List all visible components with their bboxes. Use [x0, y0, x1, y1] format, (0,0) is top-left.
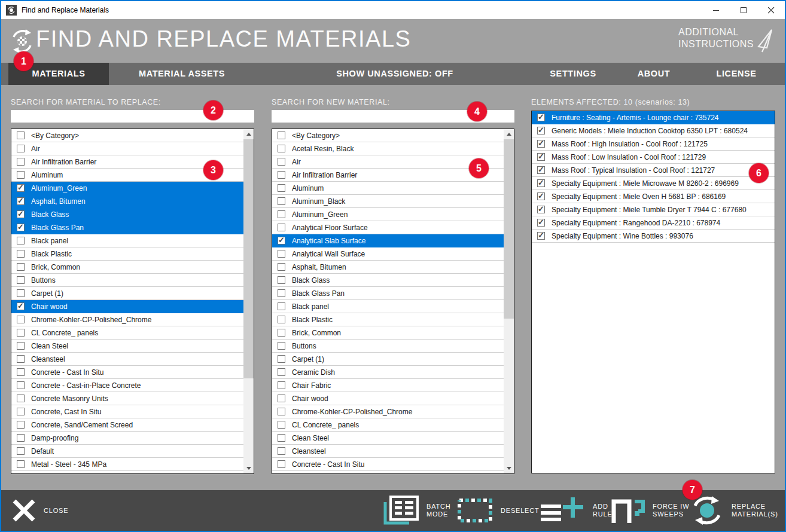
list-item[interactable]: Specialty Equipment : Miele Microwave M …	[532, 177, 775, 190]
list-item[interactable]: Chair wood	[11, 300, 243, 313]
checkbox-unchecked[interactable]	[278, 460, 285, 468]
tab-material-assets[interactable]: MATERIAL ASSETS	[125, 63, 239, 85]
checkbox-unchecked[interactable]	[278, 329, 285, 337]
list-item[interactable]: Damp-proofing	[11, 432, 243, 445]
list-item[interactable]: Clean Steel	[11, 340, 243, 353]
checkbox-unchecked[interactable]	[17, 263, 25, 271]
list-item[interactable]: Aluminum_Black	[272, 195, 504, 208]
list-item[interactable]: Cleansteel	[11, 353, 243, 366]
tab-settings[interactable]: SETTINGS	[525, 63, 621, 85]
checkbox-unchecked[interactable]	[17, 132, 25, 139]
list-item[interactable]: Specialty Equipment : Rangehood DA-2210 …	[532, 216, 775, 230]
list-item[interactable]: Default	[11, 445, 243, 458]
checkbox-unchecked[interactable]	[278, 408, 285, 415]
maximize-button[interactable]	[730, 1, 757, 19]
checkbox-unchecked[interactable]	[278, 421, 285, 429]
checkbox-unchecked[interactable]	[17, 421, 25, 429]
close-window-button[interactable]	[757, 1, 785, 19]
list-item[interactable]: Asphalt, Bitumen	[272, 261, 504, 274]
list-item[interactable]: Ceramic Dish	[272, 366, 504, 379]
checkbox-unchecked[interactable]	[278, 276, 285, 284]
list-item[interactable]: Buttons	[272, 340, 504, 353]
checkbox-unchecked[interactable]	[17, 381, 25, 389]
checkbox-checked[interactable]	[537, 127, 545, 134]
list-item[interactable]: Black Glass	[272, 274, 504, 287]
list-item[interactable]: Chrome-Kohler-CP-Polished_Chrome	[272, 405, 504, 418]
list-item[interactable]: Mass Roof : Typical Insulation - Cool Ro…	[532, 164, 775, 177]
deselect-button[interactable]: DESELECT	[457, 498, 539, 523]
checkbox-checked[interactable]	[278, 237, 285, 244]
list-item[interactable]: Analytical Wall Surface	[272, 247, 504, 261]
list-item[interactable]: <By Category>	[11, 129, 243, 142]
checkbox-checked[interactable]	[17, 197, 25, 205]
checkbox-unchecked[interactable]	[17, 171, 25, 179]
checkbox-checked[interactable]	[537, 232, 545, 240]
checkbox-unchecked[interactable]	[278, 132, 285, 139]
batch-mode-button[interactable]: BATCH MODE	[382, 495, 450, 526]
checkbox-unchecked[interactable]	[17, 276, 25, 284]
list-item[interactable]: Carpet (1)	[11, 287, 243, 300]
checkbox-unchecked[interactable]	[17, 237, 25, 244]
checkbox-checked[interactable]	[537, 179, 545, 187]
checkbox-unchecked[interactable]	[278, 381, 285, 389]
checkbox-checked[interactable]	[17, 224, 25, 231]
checkbox-checked[interactable]	[537, 166, 545, 174]
checkbox-checked[interactable]	[537, 219, 545, 227]
checkbox-unchecked[interactable]	[17, 368, 25, 376]
checkbox-checked[interactable]	[17, 302, 25, 310]
scroll-up-button[interactable]	[243, 129, 254, 139]
checkbox-unchecked[interactable]	[278, 368, 285, 376]
checkbox-unchecked[interactable]	[278, 184, 285, 192]
list-item[interactable]: Clean Steel	[272, 432, 504, 445]
checkbox-checked[interactable]	[17, 210, 25, 218]
list-item[interactable]: Concrete Masonry Units	[11, 392, 243, 405]
list-item[interactable]: Aluminum_Green	[11, 182, 243, 195]
list-item[interactable]: CL Concrete_ panels	[272, 418, 504, 432]
list-item[interactable]: <By Category>	[272, 129, 504, 142]
checkbox-unchecked[interactable]	[278, 302, 285, 310]
checkbox-unchecked[interactable]	[278, 145, 285, 152]
checkbox-unchecked[interactable]	[278, 355, 285, 363]
checkbox-unchecked[interactable]	[278, 158, 285, 166]
scrollbar[interactable]	[504, 129, 514, 473]
checkbox-unchecked[interactable]	[17, 158, 25, 166]
checkbox-checked[interactable]	[537, 206, 545, 213]
scrollbar-thumb[interactable]	[504, 139, 514, 319]
list-item[interactable]: Black panel	[11, 234, 243, 247]
checkbox-unchecked[interactable]	[17, 447, 25, 455]
tab-license[interactable]: LICENSE	[694, 63, 779, 85]
checkbox-unchecked[interactable]	[278, 434, 285, 442]
list-item[interactable]: Chair Fabric	[272, 379, 504, 392]
checkbox-unchecked[interactable]	[278, 250, 285, 258]
checkbox-unchecked[interactable]	[17, 316, 25, 323]
list-item[interactable]: Black Plastic	[11, 247, 243, 261]
list-item[interactable]: Analytical Slab Surface	[272, 234, 504, 247]
replace-materials-button[interactable]: REPLACE MATERIAL(S)	[690, 495, 778, 526]
list-item[interactable]: Mass Roof : Low Insulation - Cool Roof :…	[532, 151, 775, 164]
checkbox-unchecked[interactable]	[17, 329, 25, 337]
checkbox-unchecked[interactable]	[278, 224, 285, 231]
checkbox-checked[interactable]	[537, 153, 545, 161]
list-item[interactable]: Brick, Common	[11, 261, 243, 274]
list-item[interactable]: Concrete, Sand/Cement Screed	[11, 418, 243, 432]
checkbox-unchecked[interactable]	[278, 316, 285, 323]
checkbox-unchecked[interactable]	[17, 250, 25, 258]
list-item[interactable]: Black panel	[272, 300, 504, 313]
list-item[interactable]: Specialty Equipment : Miele Tumble Dryer…	[532, 203, 775, 216]
list-item[interactable]: Brick, Common	[272, 326, 504, 340]
scrollbar-thumb[interactable]	[243, 139, 254, 378]
checkbox-unchecked[interactable]	[17, 289, 25, 297]
list-item[interactable]: Chair wood	[272, 392, 504, 405]
checkbox-checked[interactable]	[17, 184, 25, 192]
checkbox-checked[interactable]	[537, 114, 545, 121]
list-item[interactable]: Air	[11, 142, 243, 155]
list-item[interactable]: Specialty Equipment : Miele Oven H 5681 …	[532, 190, 775, 203]
checkbox-unchecked[interactable]	[278, 342, 285, 350]
checkbox-unchecked[interactable]	[278, 263, 285, 271]
checkbox-checked[interactable]	[537, 192, 545, 200]
list-item[interactable]: Generic Models : Miele Induction Cooktop…	[532, 124, 775, 137]
checkbox-unchecked[interactable]	[17, 460, 25, 468]
list-item[interactable]: Black Plastic	[272, 313, 504, 326]
checkbox-unchecked[interactable]	[17, 434, 25, 442]
list-item[interactable]: Concrete - Cast In Situ	[11, 366, 243, 379]
